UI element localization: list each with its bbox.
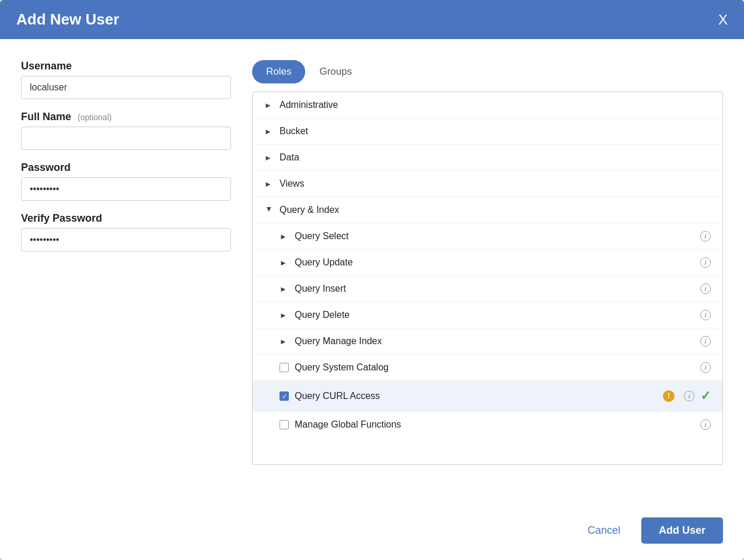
fullname-label: Full Name (optional) — [21, 111, 231, 123]
role-label: Views — [280, 178, 711, 189]
check-green-icon: ✓ — [700, 388, 711, 404]
role-label: Query Manage Index — [295, 336, 691, 346]
left-panel: Username Full Name (optional) Password V… — [21, 60, 231, 494]
fullname-optional: (optional) — [78, 113, 111, 122]
role-label: Query Update — [295, 257, 691, 268]
role-label: Query Select — [295, 231, 691, 242]
close-button[interactable]: X — [718, 13, 728, 27]
role-label: Query Delete — [295, 310, 691, 320]
dialog-footer: Cancel Add User — [0, 506, 744, 560]
list-item[interactable]: ► Query Update i — [253, 250, 722, 276]
info-icon: i — [684, 391, 694, 401]
roles-list: ► Administrative ► Bucket ► Data ► Views — [252, 92, 723, 465]
warning-icon: ! — [663, 390, 675, 402]
chevron-right-icon: ► — [264, 101, 274, 110]
dialog-title: Add New User — [16, 10, 119, 29]
role-label: Manage Global Functions — [295, 419, 691, 430]
password-input[interactable] — [21, 177, 231, 201]
info-icon: i — [700, 336, 711, 346]
checkbox-unchecked[interactable] — [280, 420, 289, 429]
verify-password-field-group: Verify Password — [21, 212, 231, 251]
role-label: Administrative — [280, 100, 711, 110]
info-icon: i — [700, 284, 711, 294]
tab-roles[interactable]: Roles — [252, 60, 305, 83]
cancel-button[interactable]: Cancel — [577, 519, 631, 542]
role-label: Query Insert — [295, 284, 691, 294]
fullname-input[interactable] — [21, 127, 231, 150]
chevron-right-icon: ► — [280, 232, 289, 241]
chevron-right-icon: ► — [280, 311, 289, 320]
list-item[interactable]: ► Views — [253, 171, 722, 197]
right-panel: Roles Groups ► Administrative ► Bucket ►… — [252, 60, 723, 494]
info-icon: i — [700, 231, 711, 242]
add-user-button[interactable]: Add User — [641, 517, 723, 544]
tabs-row: Roles Groups — [252, 60, 723, 83]
list-item[interactable]: ► Query & Index — [253, 197, 722, 223]
list-item[interactable]: Manage Global Functions i — [253, 412, 722, 438]
username-field-group: Username — [21, 60, 231, 99]
info-icon: i — [700, 257, 711, 268]
chevron-right-icon: ► — [264, 127, 274, 136]
tab-groups[interactable]: Groups — [305, 60, 366, 83]
chevron-right-icon: ► — [280, 285, 289, 293]
info-icon: i — [700, 310, 711, 320]
list-item[interactable]: ► Data — [253, 145, 722, 171]
role-label: Query CURL Access — [295, 391, 655, 401]
add-user-dialog: Add New User X Username Full Name (optio… — [0, 0, 744, 560]
checkbox-unchecked[interactable] — [280, 363, 289, 372]
list-item[interactable]: ► Query Select i — [253, 223, 722, 250]
info-icon: i — [700, 419, 711, 430]
chevron-right-icon: ► — [264, 153, 274, 162]
list-item[interactable]: ► Query Insert i — [253, 276, 722, 302]
verify-password-label: Verify Password — [21, 212, 231, 225]
role-label: Data — [280, 152, 711, 163]
info-icon: i — [700, 362, 711, 373]
role-label: Bucket — [280, 126, 711, 136]
role-label: Query System Catalog — [295, 362, 691, 373]
chevron-right-icon: ► — [280, 337, 289, 346]
username-input[interactable] — [21, 76, 231, 99]
dialog-header: Add New User X — [0, 0, 744, 39]
role-label: Query & Index — [280, 205, 711, 215]
verify-password-input[interactable] — [21, 228, 231, 251]
dialog-body: Username Full Name (optional) Password V… — [0, 39, 744, 506]
chevron-right-icon: ► — [264, 180, 274, 188]
list-item[interactable]: Query System Catalog i — [253, 355, 722, 381]
password-label: Password — [21, 162, 231, 174]
username-label: Username — [21, 60, 231, 72]
list-item[interactable]: ► Query Manage Index i — [253, 328, 722, 355]
checkbox-checked[interactable]: ✓ — [280, 391, 289, 401]
chevron-down-icon: ► — [265, 205, 274, 215]
chevron-right-icon: ► — [280, 258, 289, 267]
list-item[interactable]: ✓ Query CURL Access ! i ✓ — [253, 381, 722, 412]
fullname-field-group: Full Name (optional) — [21, 111, 231, 150]
list-item[interactable]: ► Administrative — [253, 92, 722, 118]
list-item[interactable]: ► Query Delete i — [253, 302, 722, 328]
list-item[interactable]: ► Bucket — [253, 118, 722, 145]
password-field-group: Password — [21, 162, 231, 201]
